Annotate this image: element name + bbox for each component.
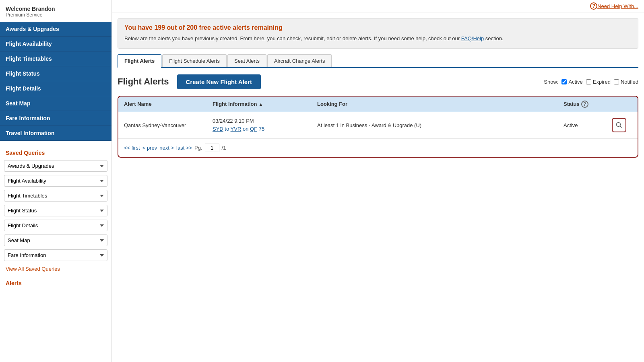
row-search-action [612, 118, 632, 132]
main-content: ? Need Help With... You have 199 out of … [112, 0, 644, 362]
saved-query-awards-dropdown[interactable]: Awards & Upgrades [4, 160, 107, 172]
row-alert-name: Qantas Sydney-Vancouver [124, 122, 213, 128]
first-page-link[interactable]: << first [124, 145, 140, 151]
content-area: Flight Alerts Create New Flight Alert Sh… [118, 68, 638, 165]
tab-aircraft-change-alerts[interactable]: Aircraft Change Alerts [267, 54, 332, 67]
notified-filter-label[interactable]: Notified [614, 79, 638, 85]
row-status: Active [564, 122, 612, 128]
view-all-saved-queries-link[interactable]: View All Saved Queries [0, 263, 111, 275]
row-looking-for: At least 1 in Business - Award & Upgrade… [317, 122, 564, 128]
sidebar-item-travel-information[interactable]: Travel Information [0, 126, 111, 141]
saved-query-flight-timetables-dropdown[interactable]: Flight Timetables [4, 190, 107, 202]
col-status: Status ? [564, 101, 612, 108]
tab-flight-schedule-alerts[interactable]: Flight Schedule Alerts [162, 54, 227, 67]
sidebar-item-fare-information[interactable]: Fare Information [0, 111, 111, 126]
status-help-icon[interactable]: ? [581, 101, 588, 108]
sidebar-welcome: Welcome Brandon Premium Service [0, 0, 111, 22]
alert-desc-text: Below are the alerts you have previously… [124, 35, 461, 41]
sidebar-nav: Awards & Upgrades Flight Availability Fl… [0, 22, 111, 141]
alert-tabs: Flight Alerts Flight Schedule Alerts Sea… [118, 54, 638, 68]
flight-number: 75 [259, 126, 264, 132]
alert-count-text: You have 199 out of 200 free active aler… [124, 24, 632, 31]
col-alert-name: Alert Name [124, 101, 213, 107]
notified-filter-checkbox[interactable] [614, 79, 619, 84]
page-label: Pg. [194, 145, 202, 151]
help-link[interactable]: Need Help With... [597, 2, 638, 10]
route-from-link[interactable]: SYD [213, 126, 223, 132]
active-filter-label[interactable]: Active [561, 79, 582, 85]
alert-desc: Below are the alerts you have previously… [124, 35, 632, 43]
sidebar-item-flight-availability[interactable]: Flight Availability [0, 37, 111, 51]
alerts-section-title: Alerts [0, 275, 111, 289]
tab-flight-alerts[interactable]: Flight Alerts [118, 54, 161, 68]
expired-filter-label[interactable]: Expired [586, 79, 611, 85]
sidebar-item-seat-map[interactable]: Seat Map [0, 96, 111, 111]
sort-arrow-icon[interactable]: ▲ [258, 102, 263, 107]
expired-filter-checkbox[interactable] [586, 79, 591, 84]
help-circle-icon: ? [590, 2, 597, 10]
show-filter-label: Show: [544, 79, 558, 85]
active-filter-text: Active [568, 79, 582, 85]
saved-queries-title: Saved Queries [0, 145, 111, 158]
tab-seat-alerts[interactable]: Seat Alerts [227, 54, 266, 67]
search-button[interactable] [612, 118, 626, 132]
saved-query-flight-details-dropdown[interactable]: Flight Details [4, 220, 107, 231]
welcome-greeting: Welcome Brandon [6, 6, 106, 12]
route-to-link[interactable]: YVR [231, 126, 242, 132]
expired-filter-text: Expired [593, 79, 611, 85]
active-filter-checkbox[interactable] [561, 79, 567, 84]
faq-help-link[interactable]: FAQ/Help [461, 35, 484, 41]
saved-query-seat-map-dropdown[interactable]: Seat Map [4, 234, 107, 246]
svg-point-0 [617, 123, 621, 127]
search-icon [616, 122, 622, 128]
row-flight-route: SYD to YVR on QF 75 [213, 125, 317, 134]
page-title: Flight Alerts [118, 76, 169, 87]
saved-query-fare-info-dropdown[interactable]: Fare Information [4, 249, 107, 261]
alert-banner: You have 199 out of 200 free active aler… [118, 18, 638, 49]
prev-page-link[interactable]: < prev [142, 145, 157, 151]
saved-query-flight-avail-dropdown[interactable]: Flight Availability [4, 175, 107, 187]
sidebar: Welcome Brandon Premium Service Awards &… [0, 0, 112, 362]
table-header-row: Alert Name Flight Information ▲ Looking … [118, 97, 638, 112]
create-flight-alert-button[interactable]: Create New Flight Alert [177, 74, 261, 89]
sidebar-item-flight-timetables[interactable]: Flight Timetables [0, 51, 111, 66]
show-filter: Show: Active Expired Notified [544, 79, 638, 85]
sidebar-item-awards-upgrades[interactable]: Awards & Upgrades [0, 22, 111, 37]
svg-line-1 [620, 126, 622, 128]
row-flight-date: 03/24/22 9:10 PM [213, 117, 317, 125]
top-bar: ? Need Help With... [112, 0, 644, 12]
pagination: << first < prev next > last >> Pg. /1 [118, 139, 638, 157]
saved-query-flight-status-dropdown[interactable]: Flight Status [4, 205, 107, 216]
next-page-link[interactable]: next > [159, 145, 174, 151]
last-page-link[interactable]: last >> [176, 145, 192, 151]
airline-link[interactable]: QF [250, 126, 257, 132]
col-flight-info: Flight Information ▲ [213, 101, 317, 107]
sidebar-item-flight-status[interactable]: Flight Status [0, 66, 111, 81]
row-flight-info: 03/24/22 9:10 PM SYD to YVR on QF 75 [213, 117, 317, 134]
welcome-tier: Premium Service [6, 12, 106, 18]
notified-filter-text: Notified [621, 79, 638, 85]
sidebar-item-flight-details[interactable]: Flight Details [0, 81, 111, 96]
total-pages: /1 [222, 145, 226, 151]
alerts-table: Alert Name Flight Information ▲ Looking … [118, 96, 638, 158]
alert-desc-suffix: section. [484, 35, 503, 41]
page-number-input[interactable] [205, 144, 219, 152]
content-header: Flight Alerts Create New Flight Alert Sh… [118, 74, 638, 89]
table-row: Qantas Sydney-Vancouver 03/24/22 9:10 PM… [118, 112, 638, 139]
col-looking-for: Looking For [317, 101, 564, 107]
